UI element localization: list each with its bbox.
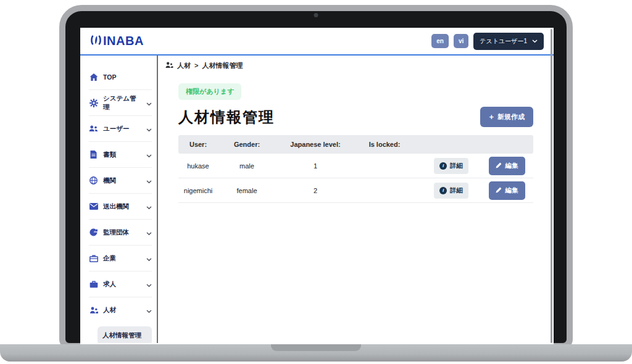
column-header-gender: Gender: [218,141,276,148]
people-icon [89,307,98,314]
sidebar-item-documents[interactable]: 書類 [89,142,152,168]
info-icon: i [439,162,447,170]
cell-japanese-level: 1 [276,162,355,170]
create-new-button[interactable]: + 新規作成 [480,107,533,127]
detail-button[interactable]: i 詳細 [434,158,468,174]
sidebar-item-talent[interactable]: 人材 [89,297,152,323]
table-row: nigemichi female 2 i 詳細 [178,178,533,203]
sidebar-item-supervising-org[interactable]: 監理団体 [89,220,152,246]
table-row: hukase male 1 i 詳細 [178,154,533,178]
talent-table: User: Gender: Japanese level: Is locked:… [178,135,533,203]
breadcrumb-section[interactable]: 人材 [177,61,191,70]
app-body: TOP システム管理 ユーザー [80,56,554,343]
chevron-down-icon [146,175,152,186]
chevron-down-icon [146,279,152,290]
chevron-down-icon [532,38,538,44]
sidebar-item-label: 送出機関 [103,202,141,211]
sidebar-item-label: システム管理 [103,94,141,112]
detail-button[interactable]: i 詳細 [434,183,468,199]
app-window: INABA en vi テストユーザー1 [80,28,554,344]
page-title: 人材情報管理 [178,107,275,127]
edit-button[interactable]: 編集 [489,181,525,200]
gear-icon [89,99,98,107]
column-header-user: User: [178,141,218,148]
sidebar: TOP システム管理 ユーザー [80,56,158,343]
chevron-down-icon [146,227,152,238]
laptop-mockup: INABA en vi テストユーザー1 [0,0,632,364]
sidebar-item-top[interactable]: TOP [89,64,152,90]
briefcase-icon [89,255,98,262]
breadcrumb-people-icon [165,62,173,70]
pencil-icon [496,187,502,194]
sidebar-item-label: ユーザー [103,125,141,133]
laptop-base-notch [271,344,361,351]
edit-label: 編集 [505,162,518,170]
sidebar-subitem-talent-info[interactable]: 人材情報管理 [98,326,152,343]
inaba-logo: INABA [89,34,144,49]
cell-gender: female [218,187,276,194]
column-header-japanese-level: Japanese level: [276,141,355,148]
plus-icon: + [489,113,494,121]
user-menu-label: テストユーザー1 [480,37,527,46]
sidebar-item-label: 書類 [103,151,141,159]
camera-dot [314,13,318,17]
breadcrumb: 人材 > 人材情報管理 [165,61,533,70]
breadcrumb-page: 人材情報管理 [202,61,243,70]
logo-text: INABA [103,34,144,48]
chevron-down-icon [146,97,152,109]
chevron-down-icon [146,123,152,134]
window-scrollbar[interactable] [551,29,552,343]
cell-japanese-level: 2 [276,187,355,194]
cell-gender: male [218,162,276,170]
mail-icon [89,203,98,210]
detail-label: 詳細 [450,162,463,170]
cell-user: nigemichi [178,187,218,194]
sidebar-item-institutions[interactable]: 機関 [89,168,152,194]
user-menu-button[interactable]: テストユーザー1 [473,33,544,50]
sidebar-item-label: 企業 [103,254,141,263]
lang-en-button[interactable]: en [431,34,449,48]
sidebar-item-label: TOP [103,73,152,81]
sidebar-item-jobs[interactable]: 求人 [89,271,152,297]
title-row: 人材情報管理 + 新規作成 [178,107,533,127]
chevron-down-icon [146,253,152,264]
chevron-down-icon [146,305,152,316]
sidebar-item-companies[interactable]: 企業 [89,246,152,271]
cell-user: hukase [178,162,218,170]
header-controls: en vi テストユーザー1 [431,33,544,50]
sidebar-item-label: 人材 [103,306,141,315]
home-icon [89,73,98,81]
document-icon [89,151,98,159]
sidebar-item-label: 求人 [103,280,141,289]
create-new-label: 新規作成 [497,112,525,122]
table-header-row: User: Gender: Japanese level: Is locked: [178,135,533,154]
info-icon: i [439,187,447,194]
briefcase-filled-icon [89,281,98,288]
chevron-down-icon [146,201,152,212]
inaba-logo-icon [89,34,102,49]
permission-badge: 権限があります [178,83,241,100]
pencil-icon [496,162,502,170]
main-content: 人材 > 人材情報管理 権限があります 人材情報管理 + 新規作成 [158,56,554,343]
laptop-base [0,344,632,362]
lang-vi-button[interactable]: vi [454,34,468,48]
detail-label: 詳細 [450,186,463,195]
app-header: INABA en vi テストユーザー1 [80,28,554,56]
sidebar-item-label: 機関 [103,176,141,185]
column-header-is-locked: Is locked: [355,141,414,148]
sidebar-item-users[interactable]: ユーザー [89,116,152,142]
sidebar-item-system-admin[interactable]: システム管理 [89,90,152,116]
edit-button[interactable]: 編集 [489,157,525,175]
globe-icon [89,176,98,184]
breadcrumb-separator: > [194,62,198,69]
pie-chart-icon [89,228,98,236]
chevron-down-icon [146,149,152,160]
users-icon [89,125,98,132]
laptop-bezel: INABA en vi テストユーザー1 [59,5,573,349]
sidebar-item-sending-org[interactable]: 送出機関 [89,194,152,220]
edit-label: 編集 [505,186,518,195]
sidebar-item-label: 監理団体 [103,228,141,237]
